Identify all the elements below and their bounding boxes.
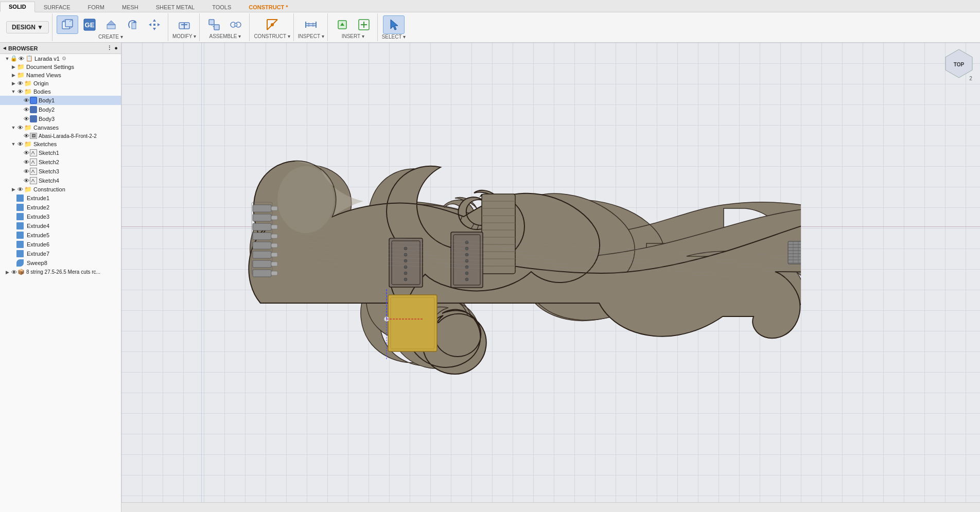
named-views-expand[interactable]: ▶ [10, 72, 16, 78]
viewport[interactable]: TOP 2 [121, 43, 980, 512]
tree-sketch4[interactable]: 👁 Sketch4 [0, 176, 121, 185]
body3-eye[interactable]: 👁 [23, 116, 30, 122]
bodies-label: Bodies [33, 89, 51, 95]
toolbar: SOLID SURFACE FORM MESH SHEET METAL TOOL… [0, 0, 980, 43]
tree-sketches[interactable]: ▼ 👁 📁 Sketches [0, 140, 121, 148]
tab-mesh[interactable]: MESH [113, 2, 147, 12]
tree-origin[interactable]: ▶ 👁 📁 Origin [0, 79, 121, 87]
sketches-eye[interactable]: 👁 [16, 141, 24, 147]
extrude4-icon [16, 222, 24, 229]
sketch1-label: Sketch1 [39, 150, 59, 156]
tree-extrude6[interactable]: Extrude6 [0, 240, 121, 249]
sweep8-expand [10, 260, 16, 266]
design-button[interactable]: DESIGN ▼ [6, 21, 49, 33]
new-component-button[interactable] [57, 15, 78, 34]
extrude1-label: Extrude1 [27, 195, 49, 201]
component1-expand[interactable]: ▶ [4, 269, 10, 275]
root-expand-icon[interactable]: ▼ [4, 56, 10, 62]
select-label: SELECT ▾ [382, 34, 406, 40]
canvas1-label: Abasi-Larada-8-Front-2-2 [39, 133, 97, 139]
browser-expand-icon[interactable]: ◂ [3, 45, 6, 51]
select-button[interactable] [383, 15, 405, 34]
tree-bodies[interactable]: ▼ 👁 📁 Bodies [0, 87, 121, 96]
canvases-label: Canvases [33, 125, 59, 131]
browser-pin-icon[interactable]: ● [114, 45, 118, 51]
revolve-button[interactable] [122, 16, 143, 33]
extrude7-expand [10, 251, 16, 257]
tree-extrude1[interactable]: Extrude1 [0, 193, 121, 203]
joint-button[interactable] [225, 16, 246, 33]
tree-named-views[interactable]: ▶ 📁 Named Views [0, 71, 121, 79]
design-label: DESIGN [12, 24, 36, 31]
canvas1-icon: 🖼 [30, 133, 37, 139]
move-button[interactable] [144, 16, 165, 33]
tree-sweep8[interactable]: Sweep8 [0, 258, 121, 268]
tree-extrude4[interactable]: Extrude4 [0, 221, 121, 231]
component1-eye[interactable]: 👁 [10, 269, 18, 275]
body1-eye[interactable]: 👁 [23, 97, 30, 103]
sketches-expand[interactable]: ▼ [10, 141, 16, 147]
tree-sketch2[interactable]: 👁 Sketch2 [0, 157, 121, 167]
tab-solid[interactable]: SOLID [0, 2, 35, 12]
create-tools: GE [57, 15, 165, 34]
sketch2-eye[interactable]: 👁 [23, 159, 30, 165]
tab-form[interactable]: FORM [79, 2, 113, 12]
modify-group: MODIFY ▾ [169, 13, 200, 41]
ge-button[interactable]: GE [79, 16, 100, 33]
body2-eye[interactable]: 👁 [23, 107, 30, 113]
insert-button[interactable] [332, 16, 353, 33]
origin-expand[interactable]: ▶ [10, 80, 16, 86]
tree-canvases[interactable]: ▼ 👁 📁 Canvases [0, 123, 121, 132]
tree-doc-settings[interactable]: ▶ 📁 Document Settings [0, 63, 121, 71]
canvases-expand[interactable]: ▼ [10, 125, 16, 131]
sketch3-eye[interactable]: 👁 [23, 168, 30, 174]
design-group: DESIGN ▼ [3, 13, 52, 41]
tree-sketch3[interactable]: 👁 Sketch3 [0, 167, 121, 176]
doc-settings-icon: 📁 [16, 64, 25, 70]
tree-root[interactable]: ▼ 🔒 👁 📋 Larada v1 ⚙ [0, 54, 121, 63]
modify-icon [177, 17, 191, 32]
insert2-button[interactable] [354, 16, 374, 33]
origin-eye[interactable]: 👁 [16, 80, 24, 86]
tree-body1[interactable]: 👁 Body1 [0, 96, 121, 105]
tree-component1[interactable]: ▶ 👁 📦 8 string 27.5-26.5 Mera cuts rc... [0, 268, 121, 276]
extrude-button[interactable] [101, 16, 121, 33]
modify-button[interactable] [174, 16, 195, 33]
extrude2-label: Extrude2 [27, 204, 49, 210]
tree-extrude2[interactable]: Extrude2 [0, 203, 121, 212]
canvas1-eye[interactable]: 👁 [23, 133, 30, 139]
tab-sheet-metal[interactable]: SHEET METAL [147, 2, 203, 12]
tab-tools[interactable]: TOOLS [203, 2, 240, 12]
sketch1-eye[interactable]: 👁 [23, 150, 30, 156]
assemble-button[interactable] [204, 16, 224, 33]
browser-title: BROWSER [8, 45, 38, 51]
svg-rect-70 [271, 206, 277, 210]
bodies-expand[interactable]: ▼ [10, 89, 16, 95]
browser-menu-icon[interactable]: ⋮ [107, 45, 112, 51]
tree-body3[interactable]: 👁 Body3 [0, 114, 121, 123]
svg-point-91 [465, 259, 468, 262]
tree-body2[interactable]: 👁 Body2 [0, 105, 121, 114]
tree-canvas1[interactable]: 👁 🖼 Abasi-Larada-8-Front-2-2 [0, 132, 121, 140]
tab-construct[interactable]: CONSTRUCT * [240, 2, 296, 12]
tree-extrude5[interactable]: Extrude5 [0, 231, 121, 240]
view-cube[interactable]: TOP 2 [942, 47, 976, 83]
tree-sketch1[interactable]: 👁 Sketch1 [0, 148, 121, 157]
construction-expand[interactable]: ▶ [10, 186, 16, 192]
doc-settings-expand[interactable]: ▶ [10, 64, 16, 70]
root-eye-icon[interactable]: 👁 [18, 56, 25, 62]
construct-toolbar-button[interactable] [262, 16, 283, 33]
body2-icon [30, 106, 37, 113]
body3-label: Body3 [39, 116, 55, 122]
sketch4-eye[interactable]: 👁 [23, 178, 30, 184]
construction-eye[interactable]: 👁 [16, 186, 24, 192]
tree-extrude7[interactable]: Extrude7 [0, 249, 121, 258]
svg-text:2: 2 [969, 76, 972, 81]
bodies-eye[interactable]: 👁 [16, 89, 24, 95]
canvases-eye[interactable]: 👁 [16, 125, 24, 131]
root-settings-icon[interactable]: ⚙ [62, 56, 66, 61]
tree-extrude3[interactable]: Extrude3 [0, 212, 121, 221]
measure-button[interactable] [301, 16, 321, 33]
tab-surface[interactable]: SURFACE [35, 2, 79, 12]
tree-construction[interactable]: ▶ 👁 📁 Construction [0, 185, 121, 193]
